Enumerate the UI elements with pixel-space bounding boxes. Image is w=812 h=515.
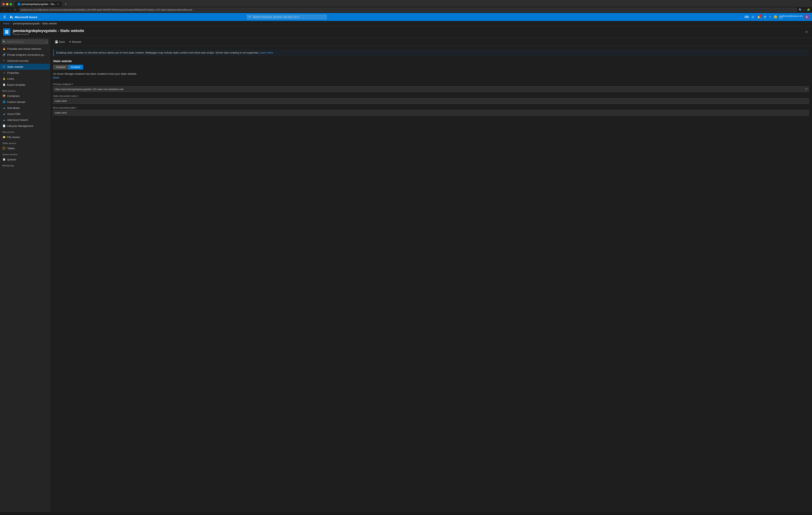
sidebar: 🔍 « 🔥 Firewalls and virtual networks 🔗 P… bbox=[0, 38, 50, 512]
private-endpoint-icon: 🔗 bbox=[2, 53, 6, 56]
index-document-info-icon: ℹ bbox=[78, 95, 79, 97]
sidebar-item-containers[interactable]: 📦 Containers bbox=[0, 93, 50, 99]
sidebar-item-advanced-security-label: Advanced security bbox=[7, 59, 28, 62]
index-document-label: Index document name ℹ bbox=[53, 95, 809, 97]
active-tab[interactable]: jamstackgrdeployvgstatic - Sta... ✕ bbox=[15, 2, 62, 7]
notification-badge: 1 bbox=[759, 14, 762, 17]
sidebar-item-export-template[interactable]: 📋 Export template bbox=[0, 82, 50, 88]
notifications-icon[interactable]: 🔔 1 bbox=[756, 14, 762, 20]
sidebar-item-static-website[interactable]: Static website bbox=[0, 64, 50, 70]
sidebar-item-advanced-security[interactable]: 🛡 Advanced security bbox=[0, 58, 50, 64]
content-area: 💾 Save ✕ Discard Enabling static website… bbox=[50, 38, 812, 512]
sidebar-item-locks[interactable]: 🔒 Locks bbox=[0, 76, 50, 82]
tables-icon bbox=[2, 147, 6, 150]
sidebar-item-lifecycle[interactable]: 📄 Lifecycle Management bbox=[0, 123, 50, 129]
copy-endpoint-button[interactable]: ⧉ bbox=[805, 87, 808, 91]
resource-title-area: jamstackgrdeployvgstatic - Static websit… bbox=[13, 29, 84, 35]
static-website-icon bbox=[2, 65, 6, 68]
feedback-icon[interactable]: 😊 bbox=[773, 14, 779, 20]
lifecycle-icon: 📄 bbox=[2, 124, 6, 127]
breadcrumb-home[interactable]: Home bbox=[3, 22, 9, 25]
forward-button[interactable]: → bbox=[8, 8, 12, 12]
content-body: Enabling static websites on the blob ser… bbox=[50, 46, 812, 121]
sidebar-item-private-endpoint[interactable]: 🔗 Private endpoint connections (p... bbox=[0, 52, 50, 58]
sidebar-item-tables[interactable]: Tables bbox=[0, 145, 50, 151]
tab-close-button[interactable]: ✕ bbox=[57, 3, 59, 6]
azure-logo-icon bbox=[9, 15, 13, 19]
primary-endpoint-info-icon: ℹ bbox=[72, 83, 73, 86]
sidebar-item-soft-delete-label: Soft delete bbox=[7, 107, 20, 110]
sidebar-item-soft-delete[interactable]: ☁ Soft delete bbox=[0, 105, 50, 111]
svg-rect-6 bbox=[3, 147, 5, 149]
user-menu[interactable]: apatterson@ostusa.com OST A bbox=[779, 14, 810, 20]
sidebar-item-custom-domain[interactable]: 🌐 Custom domain bbox=[0, 99, 50, 105]
sidebar-item-queues[interactable]: 📋 Queues bbox=[0, 156, 50, 162]
bookmark-icon[interactable]: ☆ bbox=[803, 8, 806, 11]
extensions-icon[interactable]: 🧩 bbox=[807, 8, 810, 11]
primary-endpoint-input[interactable] bbox=[53, 87, 809, 92]
breadcrumb-separator: > bbox=[11, 23, 12, 25]
help-icon[interactable]: ? bbox=[768, 14, 772, 20]
sidebar-collapse-button[interactable]: « bbox=[46, 40, 47, 43]
sidebar-item-file-shares[interactable]: 📁 File shares bbox=[0, 134, 50, 140]
container-notice-text: An Azure Storage container has been crea… bbox=[53, 72, 137, 75]
sidebar-item-locks-label: Locks bbox=[7, 77, 14, 80]
info-text: Enabling static websites on the blob ser… bbox=[56, 51, 259, 54]
maximize-dot[interactable] bbox=[9, 3, 12, 5]
close-dot[interactable] bbox=[2, 3, 5, 5]
close-button[interactable]: ✕ bbox=[804, 29, 809, 35]
advanced-security-icon: 🛡 bbox=[2, 59, 6, 62]
cloud-shell-icon[interactable]: ⌨ bbox=[743, 14, 750, 20]
content-toolbar: 💾 Save ✕ Discard bbox=[50, 38, 812, 46]
sidebar-search-container: 🔍 « bbox=[0, 38, 50, 46]
resource-header: jamstackgrdeployvgstatic - Static websit… bbox=[0, 26, 812, 38]
search-address-icon[interactable]: 🔍 bbox=[799, 8, 802, 11]
sidebar-item-containers-label: Containers bbox=[7, 94, 20, 97]
error-document-input[interactable] bbox=[53, 110, 809, 116]
toggle-disabled-button[interactable]: Disabled bbox=[53, 65, 68, 69]
global-search[interactable]: 🔍 bbox=[247, 14, 327, 19]
sidebar-item-properties-label: Properties bbox=[7, 71, 19, 74]
svg-rect-3 bbox=[3, 66, 5, 67]
search-input[interactable] bbox=[253, 15, 325, 19]
svg-rect-1 bbox=[5, 32, 8, 33]
breadcrumb-current: jamstackgrdeployvgstatic - Static websit… bbox=[13, 22, 57, 25]
error-document-info-icon: ℹ bbox=[76, 107, 77, 109]
azure-cdn-icon: ☁ bbox=[2, 112, 6, 116]
export-template-icon: 📋 bbox=[2, 83, 6, 86]
breadcrumb: Home > jamstackgrdeployvgstatic - Static… bbox=[0, 21, 812, 26]
discard-label: Discard bbox=[72, 40, 81, 43]
save-button[interactable]: 💾 Save bbox=[53, 39, 66, 44]
portal-icon[interactable]: ⊡ bbox=[751, 14, 755, 20]
refresh-button[interactable]: ↻ bbox=[13, 8, 17, 12]
discard-button[interactable]: ✕ Discard bbox=[67, 39, 83, 44]
blob-service-section-label: Blob service bbox=[0, 88, 50, 93]
search-icon: 🔍 bbox=[249, 16, 252, 19]
toggle-enabled-button[interactable]: Enabled bbox=[68, 65, 83, 69]
address-bar: ← → ↻ 🔍 ☆ 🧩 bbox=[0, 7, 812, 13]
queues-icon: 📋 bbox=[2, 158, 6, 161]
learn-more-link[interactable]: Learn more bbox=[260, 51, 273, 54]
error-document-group: Error document path ℹ bbox=[53, 107, 809, 116]
discard-icon: ✕ bbox=[69, 40, 71, 43]
sidebar-item-file-shares-label: File shares bbox=[7, 135, 20, 139]
nav-icons: ⌨ ⊡ 🔔 1 ⚙ ? 😊 apatterson@ostusa.com OST … bbox=[743, 14, 810, 20]
minimize-dot[interactable] bbox=[6, 3, 8, 5]
address-input[interactable] bbox=[19, 8, 797, 12]
new-tab-button[interactable]: + bbox=[63, 2, 68, 7]
sidebar-item-properties[interactable]: ≡ Properties bbox=[0, 70, 50, 76]
sidebar-item-azure-cdn[interactable]: ☁ Azure CDN bbox=[0, 111, 50, 117]
index-document-input[interactable] bbox=[53, 98, 809, 104]
back-button[interactable]: ← bbox=[2, 8, 6, 12]
settings-icon[interactable]: ⚙ bbox=[762, 14, 767, 20]
sidebar-item-firewalls[interactable]: 🔥 Firewalls and virtual networks bbox=[0, 46, 50, 52]
sidebar-item-add-azure-search[interactable]: ☁ Add Azure Search bbox=[0, 117, 50, 123]
sidebar-search-input[interactable] bbox=[2, 39, 48, 44]
hamburger-menu[interactable]: ☰ bbox=[2, 14, 7, 20]
containers-icon: 📦 bbox=[2, 94, 6, 97]
tab-favicon bbox=[18, 3, 20, 6]
sidebar-search-icon: 🔍 bbox=[3, 40, 6, 43]
container-link[interactable]: $web bbox=[53, 76, 59, 79]
locks-icon: 🔒 bbox=[2, 77, 6, 80]
static-website-section-title: Static website bbox=[53, 60, 809, 63]
